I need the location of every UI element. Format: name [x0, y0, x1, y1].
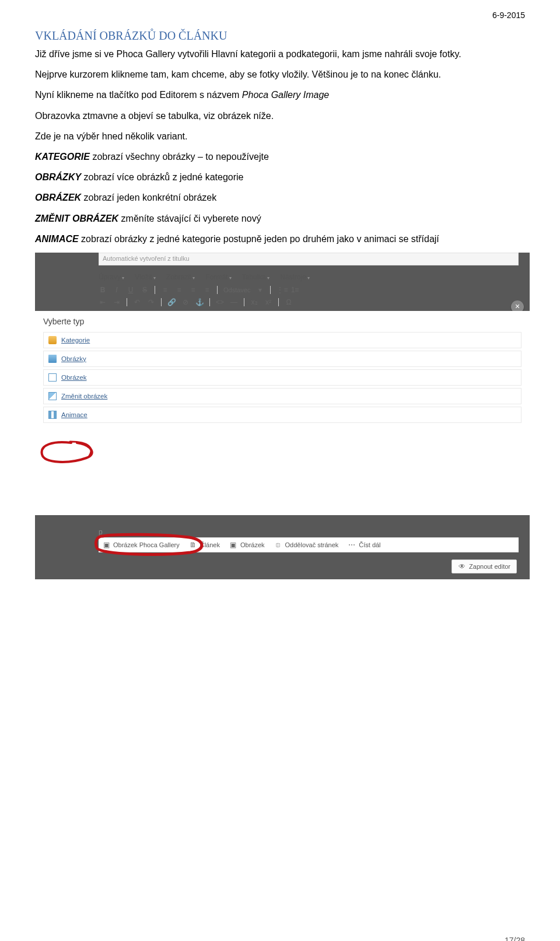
omega-icon[interactable]: Ω — [285, 298, 293, 306]
intro-para-3: Nyní klikneme na tlačítko pod Editorem s… — [35, 88, 525, 102]
bullet-list-icon[interactable]: ⋮≡ — [276, 286, 285, 294]
outdent-icon[interactable]: ⇤ — [99, 298, 107, 306]
btn-phoca-gallery-image[interactable]: ▣ Obrázek Phoca Gallery — [102, 541, 180, 549]
link-icon[interactable]: 🔗 — [167, 298, 176, 306]
menu-insert[interactable]: Vložit — [135, 273, 156, 281]
align-left-icon[interactable]: ≡ — [161, 286, 169, 294]
intro-para-4: Obrazovka ztmavne a objeví se tabulka, v… — [35, 109, 525, 123]
toolbar-sep — [270, 286, 271, 294]
btn-article-label: Článek — [200, 541, 220, 548]
toolbar-row-1: B I U S ≡ ≡ ≡ ≡ Odstavec ▾ ⋮≡ 1≡ — [99, 285, 519, 297]
align-center-icon[interactable]: ≡ — [175, 286, 183, 294]
opt-obrazek-label: OBRÁZEK — [35, 193, 81, 202]
opt-kategorie-label: KATEGORIE — [35, 152, 90, 162]
bold-icon[interactable]: B — [99, 286, 107, 294]
redo-icon[interactable]: ↷ — [147, 298, 155, 306]
folder-icon — [48, 336, 57, 344]
opt-obrazek-desc: zobrazí jeden konkrétní obrázek — [81, 193, 216, 202]
btn-pagebreak-label: Oddělovač stránek — [285, 541, 339, 548]
toggle-editor-row: 👁 Zapnout editor — [452, 559, 517, 573]
type-row-animace[interactable]: Animace — [43, 407, 522, 423]
annotation-circle-animace — [36, 439, 100, 466]
type-link-animace[interactable]: Animace — [61, 411, 88, 418]
opt-zmenit: ZMĚNIT OBRÁZEK změníte stávající či vybe… — [35, 212, 525, 225]
type-link-obrazky[interactable]: Obrázky — [61, 355, 86, 362]
italic-icon[interactable]: I — [113, 286, 121, 294]
image-icon — [48, 373, 57, 382]
menu-edit[interactable]: Úpravy — [99, 273, 124, 281]
editor-area: Automatické vytvoření z titulku Úpravy V… — [99, 253, 519, 319]
opt-obrazky-desc: zobrazí více obrázků z jedné kategorie — [81, 172, 243, 182]
section-heading: VKLÁDÁNÍ OBRÁZKŮ DO ČLÁNKU — [35, 29, 525, 43]
opt-zmenit-desc: změníte stávající či vyberete nový — [118, 214, 261, 223]
toggle-editor-label: Zapnout editor — [469, 563, 510, 570]
btn-pagebreak[interactable]: ⎅ Oddělovač stránek — [274, 541, 339, 549]
document-icon: 🗎 — [189, 541, 197, 549]
opt-animace-label: ANIMACE — [35, 234, 79, 244]
editor-bottom-buttons: ▣ Obrázek Phoca Gallery 🗎 Článek ▣ Obráz… — [99, 537, 519, 552]
editor-menubar: Úpravy Vložit Zobrazit Formát Tabulka Ná… — [99, 271, 519, 285]
image-icon: ▣ — [102, 541, 110, 549]
btn-image-label: Obrázek — [240, 541, 265, 548]
toolbar-sep — [244, 298, 244, 306]
paragraph-select[interactable]: Odstavec — [223, 286, 250, 293]
toolbar-sep — [127, 298, 127, 306]
type-row-kategorie[interactable]: Kategorie — [43, 332, 522, 348]
opt-kategorie: KATEGORIE zobrazí všechny obrázky – to n… — [35, 150, 525, 163]
chevron-down-icon[interactable]: ▾ — [256, 286, 264, 294]
type-link-zmenit[interactable]: Změnit obrázek — [61, 393, 107, 400]
para3-prefix: Nyní klikneme na tlačítko pod Editorem s… — [35, 90, 242, 100]
eye-icon: 👁 — [458, 562, 466, 571]
toolbar-sep — [161, 298, 162, 306]
header-date: 6-9-2015 — [492, 11, 525, 20]
unlink-icon[interactable]: ⊘ — [181, 298, 190, 306]
type-row-zmenit[interactable]: Změnit obrázek — [43, 388, 522, 404]
pagebreak-icon: ⎅ — [274, 541, 282, 549]
undo-icon[interactable]: ↶ — [133, 298, 141, 306]
editor-footer: p ▣ Obrázek Phoca Gallery 🗎 Článek ▣ Obr… — [99, 527, 519, 552]
btn-readmore-label: Číst dál — [359, 541, 380, 548]
toolbar-sep — [217, 286, 218, 294]
btn-image[interactable]: ▣ Obrázek — [229, 541, 265, 549]
select-type-modal: Vyberte typ Kategorie Obrázky Obrázek Zm… — [35, 311, 530, 515]
intro-para-2: Nejprve kurzorem klikneme tam, kam chcem… — [35, 68, 525, 81]
type-link-obrazek[interactable]: Obrázek — [61, 374, 86, 381]
btn-article[interactable]: 🗎 Článek — [189, 541, 220, 549]
hr-icon[interactable]: — — [230, 298, 238, 306]
subscript-icon[interactable]: x₂ — [250, 298, 258, 306]
strike-icon[interactable]: S — [141, 286, 149, 294]
source-icon[interactable]: <> — [216, 298, 224, 306]
opt-obrazek: OBRÁZEK zobrazí jeden konkrétní obrázek — [35, 191, 525, 204]
superscript-icon[interactable]: x² — [264, 298, 272, 306]
intro-para-5: Zde je na výběr hned několik variant. — [35, 130, 525, 143]
number-list-icon[interactable]: 1≡ — [290, 286, 299, 294]
animation-icon — [48, 411, 57, 419]
modal-title: Vyberte typ — [43, 317, 522, 326]
type-row-obrazky[interactable]: Obrázky — [43, 351, 522, 367]
screenshot-figure: Automatické vytvoření z titulku Úpravy V… — [35, 253, 530, 579]
menu-tools[interactable]: Nástroje — [280, 273, 310, 281]
opt-animace-desc: zobrazí obrázky z jedné kategorie postup… — [79, 234, 439, 244]
opt-obrazky: OBRÁZKY zobrazí více obrázků z jedné kat… — [35, 170, 525, 184]
menu-view[interactable]: Zobrazit — [166, 273, 195, 281]
type-link-kategorie[interactable]: Kategorie — [61, 337, 90, 344]
page-number: 17/28 — [505, 936, 525, 941]
underline-icon[interactable]: U — [127, 286, 135, 294]
align-right-icon[interactable]: ≡ — [189, 286, 197, 294]
para3-emph: Phoca Gallery Image — [242, 90, 329, 100]
anchor-icon[interactable]: ⚓ — [195, 298, 204, 306]
opt-animace: ANIMACE zobrazí obrázky z jedné kategori… — [35, 232, 525, 246]
menu-format[interactable]: Formát — [205, 273, 231, 281]
toggle-editor-button[interactable]: 👁 Zapnout editor — [452, 559, 517, 573]
swap-image-icon — [48, 392, 57, 400]
images-icon — [48, 355, 57, 363]
btn-readmore[interactable]: ⋯ Číst dál — [348, 541, 380, 549]
align-justify-icon[interactable]: ≡ — [203, 286, 211, 294]
alias-field[interactable]: Automatické vytvoření z titulku — [99, 253, 519, 265]
image-icon: ▣ — [229, 541, 237, 549]
opt-obrazky-label: OBRÁZKY — [35, 172, 81, 182]
menu-table[interactable]: Tabulka — [242, 273, 270, 281]
indent-icon[interactable]: ⇥ — [113, 298, 121, 306]
toolbar-row-2: ⇤ ⇥ ↶ ↷ 🔗 ⊘ ⚓ <> — x₂ x² Ω — [99, 297, 519, 309]
type-row-obrazek[interactable]: Obrázek — [43, 369, 522, 386]
